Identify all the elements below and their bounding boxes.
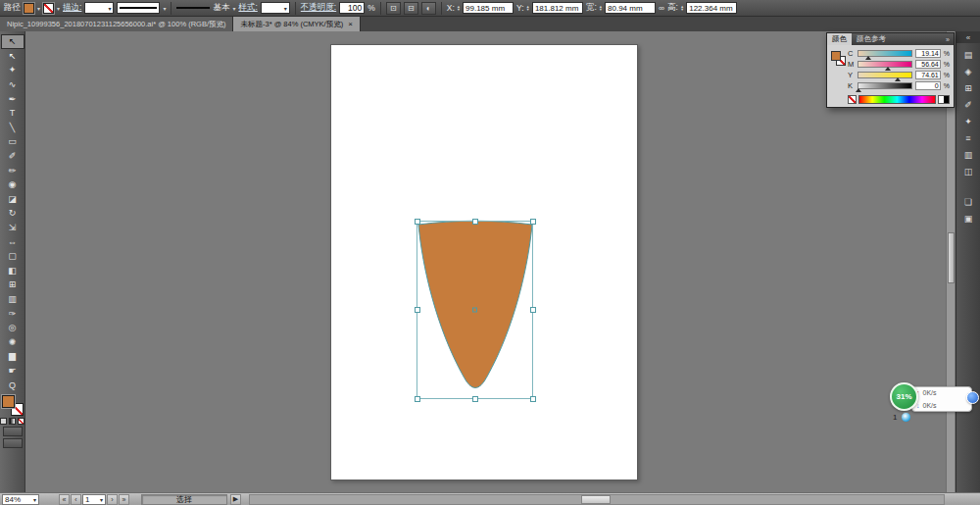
x-stepper[interactable]: ▴▾	[458, 5, 460, 11]
handle-top-left[interactable]	[415, 219, 419, 224]
eyedropper-tool[interactable]: ✑	[1, 306, 24, 321]
free-transform-tool[interactable]: ▢	[1, 249, 24, 264]
x-input[interactable]: 99.185 mm	[463, 2, 514, 14]
handle-top-mid[interactable]	[472, 219, 477, 224]
stroke-weight-link[interactable]: 描边:	[63, 2, 81, 14]
close-tab-icon[interactable]: ×	[348, 21, 353, 28]
magenta-value-input[interactable]: 56.64	[915, 60, 941, 69]
line-segment-tool[interactable]: ╲	[1, 121, 24, 135]
selected-shape-group[interactable]	[415, 218, 538, 404]
selection-tool[interactable]: ↖	[1, 34, 24, 49]
cyan-value-input[interactable]: 19.14	[915, 49, 941, 58]
brush-dropdown-icon[interactable]: ▾	[232, 5, 235, 12]
drawing-mode-button[interactable]	[3, 427, 23, 436]
opacity-link[interactable]: 不透明度:	[301, 2, 336, 14]
yellow-value-input[interactable]: 74.61	[915, 71, 941, 79]
blend-tool[interactable]: ◎	[1, 321, 24, 335]
artboards-panel-icon[interactable]: ▣	[959, 212, 978, 226]
fill-dropdown-icon[interactable]: ▾	[37, 5, 40, 12]
handle-bottom-right[interactable]	[530, 396, 535, 401]
stroke-color-swatch[interactable]	[43, 3, 54, 14]
brushes-panel-icon[interactable]: ✐	[959, 98, 978, 112]
document-tab-1[interactable]: Nipic_10999356_20180701231125656000.ai* …	[0, 17, 233, 31]
constrain-proportions-icon[interactable]: ∞	[659, 3, 664, 13]
y-stepper[interactable]: ▴▾	[527, 5, 529, 11]
swatches-panel-icon[interactable]: ⊞	[959, 81, 978, 95]
pencil-tool[interactable]: ✏	[1, 163, 24, 177]
width-stepper[interactable]: ▴▾	[600, 5, 602, 11]
stepper-down-icon[interactable]: ▾	[600, 8, 602, 11]
panel-menu-icon[interactable]: »	[942, 33, 954, 45]
gradient-button[interactable]	[9, 418, 16, 425]
style-link[interactable]: 样式:	[238, 2, 257, 14]
direct-selection-tool[interactable]: ↖	[1, 49, 24, 64]
color-button[interactable]	[0, 418, 7, 425]
zoom-dropdown-icon[interactable]: ▾	[33, 496, 36, 503]
color-panel-icon[interactable]: ▤	[959, 48, 978, 62]
handle-bottom-left[interactable]	[415, 396, 419, 401]
magenta-slider[interactable]	[858, 61, 912, 68]
last-artboard-button[interactable]: »	[119, 494, 129, 505]
handle-mid-left[interactable]	[415, 308, 419, 313]
eraser-tool[interactable]: ◪	[1, 192, 24, 207]
browser-icon[interactable]	[966, 391, 979, 404]
blob-brush-tool[interactable]: ◉	[1, 177, 24, 192]
zoom-level-select[interactable]: 84% ▾	[2, 494, 39, 505]
symbols-panel-icon[interactable]: ✦	[959, 115, 978, 128]
style-dropdown-icon[interactable]: ▾	[284, 5, 287, 12]
stroke-dropdown-icon[interactable]: ▾	[57, 5, 60, 12]
recolor-artwork-button[interactable]: ◐	[421, 2, 436, 15]
cone-shape[interactable]	[418, 221, 532, 387]
stroke-weight-select[interactable]: ▾	[84, 2, 114, 14]
none-button[interactable]	[18, 418, 24, 425]
artboard-number-select[interactable]: 1 ▾	[82, 494, 106, 505]
artboard-dropdown-icon[interactable]: ▾	[100, 496, 103, 503]
opacity-input[interactable]: 100	[339, 2, 365, 14]
black-value-input[interactable]: 0	[915, 81, 941, 90]
vertical-scrollbar-thumb[interactable]	[948, 232, 955, 283]
handle-bottom-mid[interactable]	[472, 396, 477, 401]
y-input[interactable]: 181.812 mm	[532, 2, 583, 14]
pen-tool[interactable]: ✒	[1, 91, 24, 106]
align-button[interactable]: ⊟	[404, 2, 418, 15]
fill-color-swatch[interactable]	[24, 3, 34, 14]
height-stepper[interactable]: ▴▾	[681, 5, 683, 11]
stroke-weight-dropdown-icon[interactable]: ▾	[108, 5, 111, 12]
height-input[interactable]: 122.364 mm	[686, 2, 737, 14]
tab-color-guide[interactable]: 颜色参考	[852, 33, 891, 45]
stepper-down-icon[interactable]: ▾	[458, 8, 460, 11]
scale-tool[interactable]: ⇲	[1, 221, 24, 235]
paintbrush-tool[interactable]: ✐	[1, 149, 24, 164]
magic-wand-tool[interactable]: ✦	[1, 63, 24, 77]
gradient-panel-icon[interactable]: ▥	[959, 148, 978, 162]
gradient-tool[interactable]: ▥	[1, 292, 24, 307]
status-menu-button[interactable]: ▶	[230, 494, 241, 505]
zoom-tool[interactable]: Q	[1, 378, 24, 392]
type-tool[interactable]: T	[1, 106, 24, 121]
layers-panel-icon[interactable]: ❏	[959, 195, 978, 209]
horizontal-scrollbar-thumb[interactable]	[581, 495, 611, 504]
document-tab-2[interactable]: 未标题-3* @ 84% (CMYK/预览) ×	[233, 17, 360, 31]
magenta-slider-marker[interactable]	[885, 67, 891, 71]
handle-mid-right[interactable]	[530, 308, 535, 313]
compass-icon[interactable]	[901, 412, 911, 423]
yellow-slider[interactable]	[858, 72, 912, 78]
previous-artboard-button[interactable]: ‹	[71, 494, 81, 505]
style-select[interactable]: ▾	[261, 2, 290, 14]
progress-ball[interactable]: 31%	[890, 382, 918, 411]
stepper-down-icon[interactable]: ▾	[527, 8, 529, 11]
cyan-slider[interactable]	[858, 50, 912, 57]
width-input[interactable]: 80.94 mm	[605, 2, 656, 14]
rectangle-tool[interactable]: ▭	[1, 134, 24, 149]
screen-mode-button[interactable]	[3, 438, 23, 448]
hand-tool[interactable]: ☛	[1, 364, 24, 379]
yellow-slider-marker[interactable]	[895, 77, 901, 81]
status-tool-indicator[interactable]: 选择	[141, 494, 227, 505]
stepper-down-icon[interactable]: ▾	[681, 8, 683, 11]
expand-panels-button[interactable]: «	[956, 31, 980, 43]
toolbar-fill-swatch[interactable]	[2, 395, 15, 408]
shape-builder-tool[interactable]: ◧	[1, 264, 24, 278]
stroke-panel-icon[interactable]: ≡	[959, 131, 978, 145]
black-slider[interactable]	[858, 82, 912, 89]
cyan-slider-marker[interactable]	[865, 56, 871, 60]
